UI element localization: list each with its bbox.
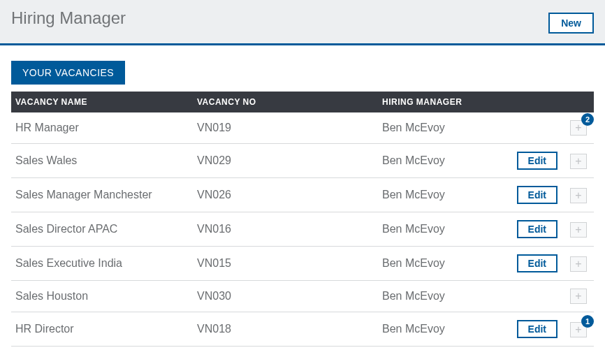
cell-actions: Edit+ — [500, 144, 594, 178]
cell-vacancy-name[interactable]: HR Director — [11, 312, 193, 347]
header-bar: Hiring Manager New — [0, 0, 605, 45]
plus-icon[interactable]: + — [570, 222, 587, 238]
cell-vacancy-no: VN015 — [193, 247, 378, 281]
cell-vacancy-name[interactable]: Sales Executive India — [11, 247, 193, 281]
tab-your-vacancies[interactable]: YOUR VACANCIES — [11, 61, 125, 85]
vacancies-table: VACANCY NAME VACANCY NO HIRING MANAGER H… — [11, 92, 594, 347]
cell-hiring-manager: Ben McEvoy — [378, 212, 500, 247]
cell-vacancy-name[interactable]: Sales Director APAC — [11, 212, 193, 247]
column-header-vacancy-name[interactable]: VACANCY NAME — [11, 92, 193, 112]
column-header-actions — [500, 92, 594, 112]
plus-icon[interactable]: + — [570, 154, 587, 169]
cell-actions: +2 — [500, 112, 594, 144]
plus-wrapper: + — [570, 289, 587, 304]
column-header-vacancy-no[interactable]: VACANCY NO — [193, 92, 378, 112]
cell-hiring-manager: Ben McEvoy — [378, 112, 500, 144]
plus-icon[interactable]: + — [570, 289, 587, 304]
table-row: Sales Director APACVN016Ben McEvoyEdit+ — [11, 212, 594, 247]
cell-vacancy-no: VN018 — [193, 312, 378, 347]
cell-hiring-manager: Ben McEvoy — [378, 178, 500, 212]
edit-button[interactable]: Edit — [517, 254, 557, 272]
cell-vacancy-name[interactable]: Sales Houston — [11, 281, 193, 312]
table-row: Sales Executive IndiaVN015Ben McEvoyEdit… — [11, 247, 594, 281]
plus-wrapper: + — [570, 256, 587, 272]
table-row: Sales WalesVN029Ben McEvoyEdit+ — [11, 144, 594, 178]
cell-vacancy-name[interactable]: Sales Manager Manchester — [11, 178, 193, 212]
edit-button[interactable]: Edit — [517, 220, 557, 238]
plus-wrapper: + — [570, 154, 587, 169]
cell-vacancy-no: VN026 — [193, 178, 378, 212]
table-row: HR DirectorVN018Ben McEvoyEdit+1 — [11, 312, 594, 347]
column-header-hiring-manager[interactable]: HIRING MANAGER — [378, 92, 500, 112]
cell-hiring-manager: Ben McEvoy — [378, 281, 500, 312]
cell-actions: + — [500, 281, 594, 312]
plus-icon[interactable]: + — [570, 188, 587, 203]
cell-vacancy-name[interactable]: Sales Wales — [11, 144, 193, 178]
plus-wrapper: + — [570, 222, 587, 238]
new-button[interactable]: New — [548, 13, 594, 34]
edit-button[interactable]: Edit — [517, 320, 557, 338]
table-row: Sales Manager ManchesterVN026Ben McEvoyE… — [11, 178, 594, 212]
cell-vacancy-no: VN019 — [193, 112, 378, 144]
table-row: Sales HoustonVN030Ben McEvoy+ — [11, 281, 594, 312]
table-row: HR ManagerVN019Ben McEvoy+2 — [11, 112, 594, 144]
edit-button[interactable]: Edit — [517, 152, 557, 170]
cell-actions: Edit+ — [500, 178, 594, 212]
content: YOUR VACANCIES VACANCY NAME VACANCY NO H… — [0, 45, 605, 364]
cell-actions: Edit+ — [500, 247, 594, 281]
cell-hiring-manager: Ben McEvoy — [378, 312, 500, 347]
cell-vacancy-no: VN016 — [193, 212, 378, 247]
cell-hiring-manager: Ben McEvoy — [378, 247, 500, 281]
notification-badge: 2 — [581, 113, 594, 126]
cell-vacancy-no: VN030 — [193, 281, 378, 312]
plus-icon[interactable]: + — [570, 256, 587, 272]
page-title: Hiring Manager — [11, 8, 126, 28]
cell-actions: Edit+1 — [500, 312, 594, 347]
cell-actions: Edit+ — [500, 212, 594, 247]
cell-vacancy-no: VN029 — [193, 144, 378, 178]
plus-wrapper: +2 — [570, 120, 587, 136]
cell-vacancy-name[interactable]: HR Manager — [11, 112, 193, 144]
plus-wrapper: +1 — [570, 322, 587, 337]
cell-hiring-manager: Ben McEvoy — [378, 144, 500, 178]
notification-badge: 1 — [581, 315, 594, 328]
plus-wrapper: + — [570, 188, 587, 203]
edit-button[interactable]: Edit — [517, 186, 557, 204]
